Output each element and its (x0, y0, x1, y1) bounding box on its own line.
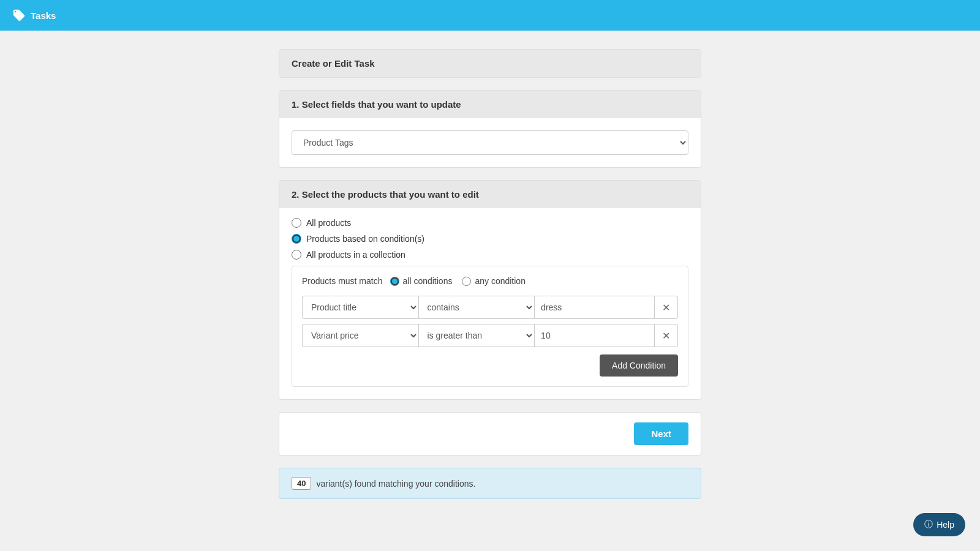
match-all-conditions[interactable]: all conditions (390, 276, 453, 286)
radio-all-in-collection[interactable]: All products in a collection (292, 250, 688, 260)
step1-label: 1. Select fields that you want to update (279, 91, 701, 118)
radio-based-on-conditions-input[interactable] (292, 234, 301, 244)
condition-1-value-input[interactable] (534, 296, 655, 319)
condition-1-remove-button[interactable]: ✕ (655, 296, 678, 319)
match-any-input[interactable] (462, 277, 471, 286)
condition-2-field-select[interactable]: Product title Variant price Product type… (302, 324, 418, 347)
add-condition-row: Add Condition (302, 354, 678, 377)
footer-card: Next (279, 412, 701, 455)
condition-2-operator-select[interactable]: is greater than is less than is equal to… (418, 324, 535, 347)
match-all-label: all conditions (403, 276, 453, 286)
match-radio-group: all conditions any condition (390, 276, 526, 286)
help-circle-icon: ⓘ (924, 519, 933, 530)
main-content: Create or Edit Task 1. Select fields tha… (266, 49, 714, 499)
step2-card: 2. Select the products that you want to … (279, 180, 701, 400)
nav-brand-label: Tasks (31, 10, 56, 21)
match-any-condition[interactable]: any condition (462, 276, 526, 286)
tag-icon (12, 9, 26, 22)
radio-all-products[interactable]: All products (292, 218, 688, 228)
page-title: Create or Edit Task (279, 50, 701, 77)
top-nav: Tasks (0, 0, 980, 31)
field-select[interactable]: Product Tags Product Title Product Descr… (292, 130, 688, 155)
nav-brand: Tasks (12, 9, 56, 22)
condition-2-remove-button[interactable]: ✕ (655, 324, 678, 347)
add-condition-button[interactable]: Add Condition (600, 354, 678, 377)
conditions-match-row: Products must match all conditions any c… (302, 276, 678, 286)
variant-count-badge: 40 (292, 477, 311, 490)
condition-row-2: Product title Variant price Product type… (302, 324, 678, 347)
step1-card: 1. Select fields that you want to update… (279, 90, 701, 168)
radio-based-on-conditions[interactable]: Products based on condition(s) (292, 234, 688, 244)
variants-message: variant(s) found matching your condition… (316, 479, 475, 489)
condition-2-value-input[interactable] (534, 324, 655, 347)
help-label: Help (937, 520, 954, 530)
match-label: Products must match (302, 276, 383, 286)
condition-1-field-select[interactable]: Product title Variant price Product type… (302, 296, 418, 319)
product-selection-group: All products Products based on condition… (279, 208, 701, 266)
condition-1-operator-select[interactable]: contains does not contain is equal to is… (418, 296, 535, 319)
radio-all-in-collection-input[interactable] (292, 250, 301, 260)
help-button[interactable]: ⓘ Help (913, 513, 965, 536)
conditions-box: Products must match all conditions any c… (292, 266, 688, 387)
match-any-label: any condition (475, 276, 526, 286)
condition-row-1: Product title Variant price Product type… (302, 296, 678, 319)
radio-based-on-conditions-label: Products based on condition(s) (306, 234, 424, 244)
step1-body: Product Tags Product Title Product Descr… (279, 118, 701, 167)
step2-label: 2. Select the products that you want to … (279, 181, 701, 208)
radio-all-products-input[interactable] (292, 218, 301, 228)
match-all-input[interactable] (390, 277, 399, 286)
variants-bar: 40 variant(s) found matching your condit… (279, 468, 701, 499)
radio-all-products-label: All products (306, 218, 351, 228)
radio-all-in-collection-label: All products in a collection (306, 250, 405, 260)
page-header-card: Create or Edit Task (279, 49, 701, 78)
next-button[interactable]: Next (634, 422, 688, 445)
